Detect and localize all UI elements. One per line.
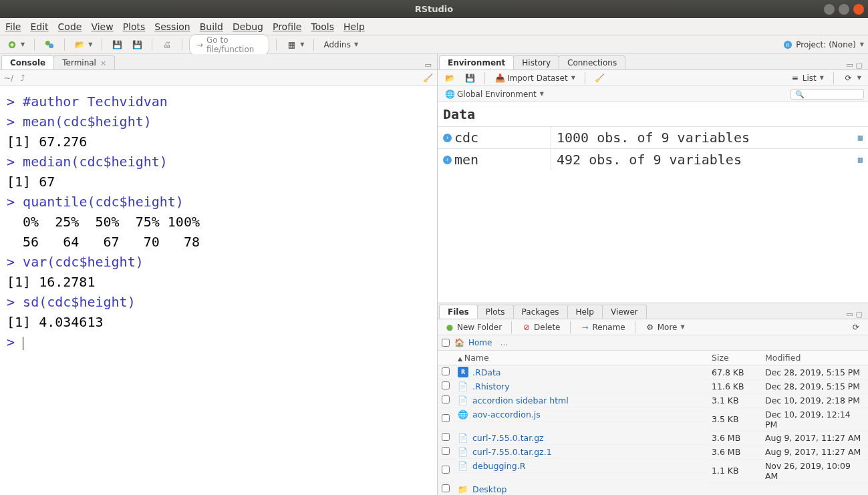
file-name-link[interactable]: debugging.R <box>472 461 525 471</box>
file-checkbox[interactable] <box>442 414 450 422</box>
file-name-link[interactable]: accordion sidebar html <box>472 395 569 405</box>
go-to-file-input[interactable]: → Go to file/function <box>189 34 269 55</box>
view-data-icon[interactable]: ▦ <box>858 133 863 142</box>
collapse-pane-icon[interactable]: ▭ <box>846 310 853 319</box>
col-modified-header[interactable]: Modified <box>761 351 868 365</box>
disk-icon: 💾 <box>112 39 122 50</box>
file-row[interactable]: 🌐aov-accordion.js3.5 KBDec 10, 2019, 12:… <box>438 407 868 431</box>
files-path-expand-button[interactable]: … <box>500 338 508 347</box>
file-row[interactable]: 📄debugging.R1.1 KBNov 26, 2019, 10:09 AM <box>438 459 868 482</box>
file-checkbox[interactable] <box>442 466 450 474</box>
clear-console-icon[interactable]: 🧹 <box>422 73 433 84</box>
refresh-env-button[interactable]: ⟳▼ <box>841 72 864 84</box>
pane-layout-button[interactable]: ▦▼ <box>283 39 307 51</box>
tab-packages[interactable]: Packages <box>513 305 568 319</box>
maximize-pane-icon[interactable]: ▢ <box>856 61 863 69</box>
menu-help[interactable]: Help <box>343 21 365 32</box>
col-size-header[interactable]: Size <box>708 351 761 365</box>
window-minimize-button[interactable] <box>824 4 835 15</box>
tab-plots[interactable]: Plots <box>477 305 514 319</box>
env-search-input[interactable] <box>790 89 864 100</box>
import-dataset-button[interactable]: 📥Import Dataset▼ <box>492 72 578 84</box>
new-folder-button[interactable]: ●New Folder <box>442 321 504 333</box>
clear-workspace-button[interactable]: 🧹 <box>592 72 608 84</box>
minimize-pane-icon[interactable]: ▭ <box>425 61 432 69</box>
menu-view[interactable]: View <box>91 21 113 32</box>
menu-build[interactable]: Build <box>200 21 223 32</box>
file-name-link[interactable]: curl-7.55.0.tar.gz <box>472 433 544 443</box>
env-row[interactable]: ›men492 obs. of 9 variables▦ <box>438 148 868 170</box>
refresh-files-button[interactable]: ⟳ <box>848 321 864 333</box>
file-name-link[interactable]: curl-7.55.0.tar.gz.1 <box>472 447 552 457</box>
more-button[interactable]: ⚙More▼ <box>642 321 688 333</box>
open-dir-icon[interactable]: ⤴ <box>17 73 28 84</box>
project-selector[interactable]: R Project: (None) ▼ <box>782 39 864 50</box>
window-close-button[interactable] <box>853 4 864 15</box>
import-icon: 📥 <box>494 73 505 84</box>
file-icon: 📄 <box>458 446 468 457</box>
collapse-pane-icon[interactable]: ▭ <box>846 61 853 69</box>
menu-debug[interactable]: Debug <box>233 21 263 32</box>
file-name-link[interactable]: .Rhistory <box>472 381 510 391</box>
menu-session[interactable]: Session <box>154 21 190 32</box>
tab-environment[interactable]: Environment <box>439 55 514 69</box>
file-size: 11.6 KB <box>708 379 761 393</box>
menu-file[interactable]: File <box>5 21 21 32</box>
save-all-button[interactable]: 💾 <box>129 39 145 51</box>
file-row[interactable]: 📄.Rhistory11.6 KBDec 28, 2019, 5:15 PM <box>438 379 868 393</box>
menu-plots[interactable]: Plots <box>123 21 146 32</box>
print-button[interactable]: 🖨 <box>159 39 175 51</box>
select-all-checkbox[interactable] <box>442 339 450 347</box>
env-view-mode[interactable]: ≡List▼ <box>787 72 827 84</box>
file-row[interactable]: 📁Desktop <box>438 482 868 495</box>
tab-help[interactable]: Help <box>567 305 603 319</box>
file-row[interactable]: 📄curl-7.55.0.tar.gz.13.6 MBAug 9, 2017, … <box>438 445 868 459</box>
window-maximize-button[interactable] <box>839 4 849 15</box>
file-checkbox[interactable] <box>442 381 450 389</box>
menu-profile[interactable]: Profile <box>273 21 302 32</box>
col-name-header[interactable]: ▲ Name <box>454 351 708 365</box>
save-button[interactable]: 💾 <box>109 39 125 51</box>
tab-terminal[interactable]: Terminal× <box>53 55 115 69</box>
file-checkbox[interactable] <box>442 447 450 455</box>
env-row[interactable]: ›cdc1000 obs. of 9 variables▦ <box>438 126 868 148</box>
close-icon[interactable]: × <box>100 59 106 67</box>
menu-edit[interactable]: Edit <box>30 21 48 32</box>
home-link[interactable]: Home <box>468 338 492 347</box>
file-name-link[interactable]: .RData <box>472 367 501 377</box>
file-checkbox[interactable] <box>442 433 450 441</box>
delete-button[interactable]: ⊘Delete <box>519 321 563 333</box>
new-project-button[interactable] <box>41 39 57 51</box>
env-var-name: cdc <box>454 130 478 146</box>
file-checkbox[interactable] <box>442 395 450 403</box>
home-icon[interactable]: 🏠 <box>454 337 464 348</box>
file-checkbox[interactable] <box>442 484 450 492</box>
open-file-button[interactable]: 📂▼ <box>71 39 95 51</box>
tab-history[interactable]: History <box>513 55 559 69</box>
save-workspace-button[interactable]: 💾 <box>462 72 478 84</box>
maximize-pane-icon[interactable]: ▢ <box>856 310 863 319</box>
tab-connections[interactable]: Connections <box>559 55 625 69</box>
tab-viewer[interactable]: Viewer <box>602 305 647 319</box>
tab-files[interactable]: Files <box>439 305 478 319</box>
folder-open-icon: 📂 <box>444 73 455 84</box>
file-name-link[interactable]: aov-accordion.js <box>472 409 541 420</box>
file-row[interactable]: 📄accordion sidebar html3.1 KBDec 10, 201… <box>438 393 868 407</box>
tab-console[interactable]: Console <box>1 55 54 69</box>
view-data-icon[interactable]: ▦ <box>858 155 863 164</box>
addins-button[interactable]: Addins▼ <box>321 39 361 50</box>
console-output[interactable]: > #author Techvidvan > mean(cdc$height) … <box>0 86 437 495</box>
file-row[interactable]: 📄curl-7.55.0.tar.gz3.6 MBAug 9, 2017, 11… <box>438 431 868 445</box>
file-name-link[interactable]: Desktop <box>472 484 507 494</box>
r-project-icon: R <box>782 39 793 50</box>
menu-tools[interactable]: Tools <box>311 21 334 32</box>
env-scope-selector[interactable]: 🌐Global Environment▼ <box>442 88 547 100</box>
new-file-button[interactable]: ▼ <box>4 39 27 51</box>
file-checkbox[interactable] <box>442 367 450 375</box>
expand-icon[interactable]: › <box>443 156 452 164</box>
file-row[interactable]: R.RData67.8 KBDec 28, 2019, 5:15 PM <box>438 365 868 380</box>
menu-code[interactable]: Code <box>58 21 82 32</box>
load-workspace-button[interactable]: 📂 <box>442 72 458 84</box>
rename-button[interactable]: →Rename <box>577 321 628 333</box>
expand-icon[interactable]: › <box>443 134 452 142</box>
